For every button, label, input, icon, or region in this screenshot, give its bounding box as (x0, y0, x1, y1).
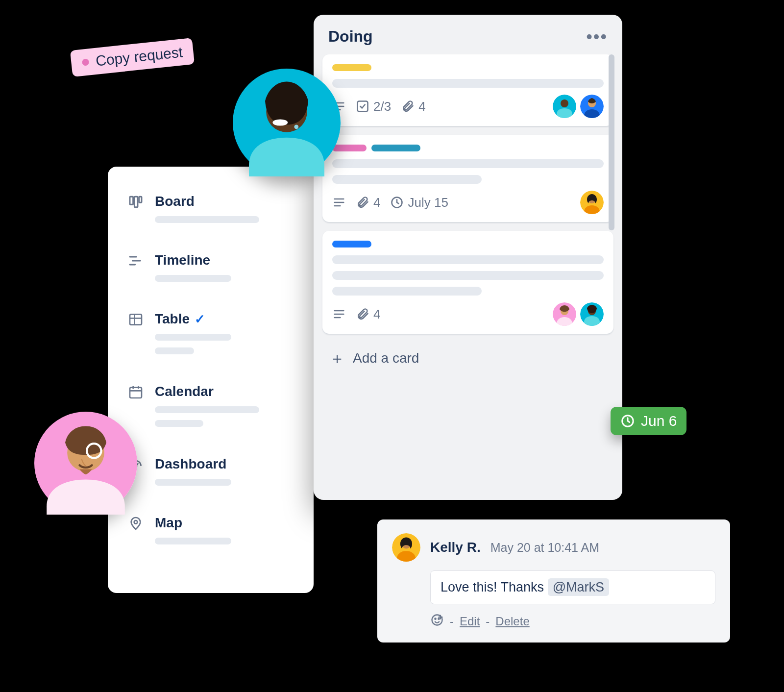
svg-point-23 (435, 618, 436, 619)
svg-rect-4 (130, 388, 142, 398)
add-card-button[interactable]: ＋ Add a card (322, 343, 613, 374)
card[interactable]: 4 July 15 (322, 135, 613, 222)
delete-link[interactable]: Delete (495, 615, 529, 628)
placeholder (155, 420, 203, 427)
placeholder (155, 347, 194, 354)
view-label: Board (155, 194, 195, 209)
mention[interactable]: @MarkS (548, 578, 609, 596)
list-title: Doing (328, 27, 373, 46)
svg-point-6 (134, 520, 138, 524)
view-item-board[interactable]: Board (127, 194, 294, 223)
doing-list: Doing ••• 2/3 (314, 15, 622, 500)
placeholder (155, 479, 231, 486)
dot-icon (82, 58, 89, 66)
placeholder (155, 216, 259, 223)
attachment-badge: 4 (356, 307, 380, 322)
view-label: Table (155, 311, 190, 327)
view-item-timeline[interactable]: Timeline (127, 252, 294, 282)
placeholder (332, 175, 482, 184)
placeholder (155, 406, 259, 413)
placeholder (332, 255, 604, 264)
placeholder (332, 287, 482, 296)
avatar (580, 302, 604, 326)
calendar-icon (127, 384, 144, 400)
attachment-badge: 4 (401, 99, 425, 114)
avatar (392, 533, 420, 562)
due-date-text: Jun 6 (641, 413, 677, 429)
comment-author: Kelly R. (430, 540, 481, 555)
timeline-icon (127, 252, 144, 269)
card-label-blue (332, 241, 371, 247)
description-icon (332, 307, 346, 321)
view-label: Timeline (155, 252, 210, 268)
card-label-cyan (371, 145, 420, 151)
table-icon (127, 311, 144, 328)
add-card-label: Add a card (353, 350, 419, 366)
placeholder (332, 159, 604, 168)
avatar (553, 95, 576, 118)
comment-text: Love this! Thanks (441, 580, 548, 594)
separator: - (486, 615, 490, 628)
due-date-badge[interactable]: Jun 6 (611, 407, 686, 435)
comment-body[interactable]: Love this! Thanks @MarkS (430, 570, 715, 604)
clock-icon (620, 414, 635, 428)
card[interactable]: 2/3 4 (322, 54, 613, 126)
avatar (580, 95, 604, 118)
avatar (580, 191, 604, 214)
reaction-icon[interactable] (430, 613, 444, 630)
view-item-calendar[interactable]: Calendar (127, 384, 294, 427)
placeholder (155, 334, 231, 341)
board-icon (127, 194, 144, 210)
svg-point-28 (294, 124, 298, 129)
placeholder (155, 538, 231, 544)
views-panel: Board Timeline Table ✓ (108, 167, 314, 593)
card[interactable]: 4 (322, 231, 613, 334)
svg-rect-1 (134, 197, 138, 207)
view-label: Dashboard (155, 456, 226, 472)
list-menu-icon[interactable]: ••• (586, 34, 608, 39)
floating-avatar (233, 69, 341, 176)
avatar (553, 302, 576, 326)
copy-request-text: Copy request (95, 44, 184, 69)
check-icon: ✓ (195, 312, 205, 327)
placeholder (332, 79, 604, 88)
placeholder (155, 275, 231, 282)
scrollbar[interactable] (609, 54, 614, 445)
plus-icon: ＋ (329, 353, 345, 363)
copy-request-label[interactable]: Copy request (70, 38, 195, 77)
edit-link[interactable]: Edit (460, 615, 480, 628)
checklist-badge: 2/3 (356, 99, 391, 114)
comment-time: May 20 at 10:41 AM (490, 541, 599, 555)
svg-rect-7 (358, 101, 368, 112)
svg-rect-3 (130, 314, 142, 324)
separator: - (450, 615, 454, 628)
svg-rect-0 (130, 197, 133, 204)
map-pin-icon (127, 515, 144, 532)
svg-rect-2 (139, 197, 142, 202)
view-label: Calendar (155, 384, 214, 399)
description-icon (332, 196, 346, 209)
view-item-dashboard[interactable]: Dashboard (127, 456, 294, 486)
due-badge: July 15 (390, 195, 448, 210)
svg-point-9 (561, 99, 568, 107)
comment-card: Kelly R. May 20 at 10:41 AM Love this! T… (377, 519, 730, 643)
floating-avatar (34, 412, 137, 515)
view-item-map[interactable]: Map (127, 515, 294, 544)
attachment-badge: 4 (356, 195, 380, 210)
svg-point-27 (272, 119, 288, 125)
placeholder (332, 271, 604, 280)
view-item-table[interactable]: Table ✓ (127, 311, 294, 354)
svg-point-24 (438, 618, 439, 619)
view-label: Map (155, 515, 182, 531)
